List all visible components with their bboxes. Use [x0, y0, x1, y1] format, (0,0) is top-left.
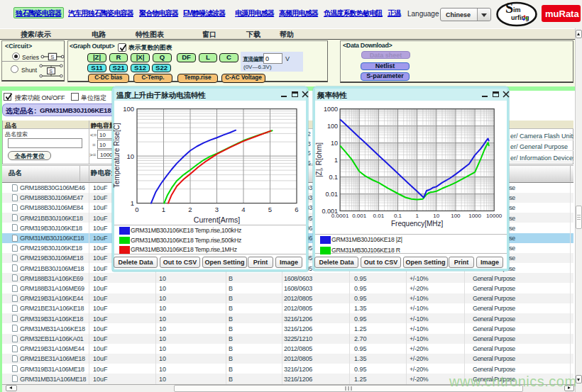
svg-text:10000: 10000 [486, 213, 503, 219]
svg-text:1: 1 [162, 206, 165, 213]
svg-text:Temperature Rise[C]: Temperature Rise[C] [113, 123, 121, 188]
svg-text:4: 4 [241, 206, 245, 213]
svg-text:1: 1 [334, 157, 338, 164]
svg-text:0.01: 0.01 [326, 191, 339, 198]
svg-text:100: 100 [327, 123, 338, 130]
svg-text:|Z|, R[ohm]: |Z|, R[ohm] [315, 142, 323, 177]
svg-text:2: 2 [188, 206, 192, 213]
svg-text:10: 10 [433, 213, 439, 219]
svg-text:S: S [50, 54, 54, 60]
svg-text:0.0001: 0.0001 [331, 213, 349, 219]
svg-text:S: S [49, 69, 53, 74]
svg-text:0: 0 [135, 206, 138, 213]
svg-text:0.1: 0.1 [329, 174, 339, 181]
svg-text:1000: 1000 [324, 106, 338, 113]
svg-text:5: 5 [268, 206, 272, 213]
svg-text:Current[Arms]: Current[Arms] [194, 215, 240, 224]
svg-text:0.01: 0.01 [373, 213, 385, 219]
svg-text:100: 100 [451, 213, 461, 219]
svg-text:1: 1 [415, 213, 419, 219]
svg-text:S: S [505, 1, 513, 16]
svg-text:1000: 1000 [468, 213, 481, 219]
svg-text:10: 10 [331, 140, 338, 147]
svg-text:0.1: 0.1 [394, 213, 402, 219]
svg-text:im: im [513, 6, 521, 13]
svg-text:Frequency[MHz]: Frequency[MHz] [391, 220, 444, 228]
svg-text:3: 3 [215, 206, 219, 213]
svg-text:0.001: 0.001 [352, 213, 367, 219]
svg-text:100: 100 [123, 105, 134, 113]
svg-text:10: 10 [126, 152, 134, 160]
svg-text:1: 1 [131, 199, 134, 207]
svg-text:6: 6 [295, 206, 298, 213]
